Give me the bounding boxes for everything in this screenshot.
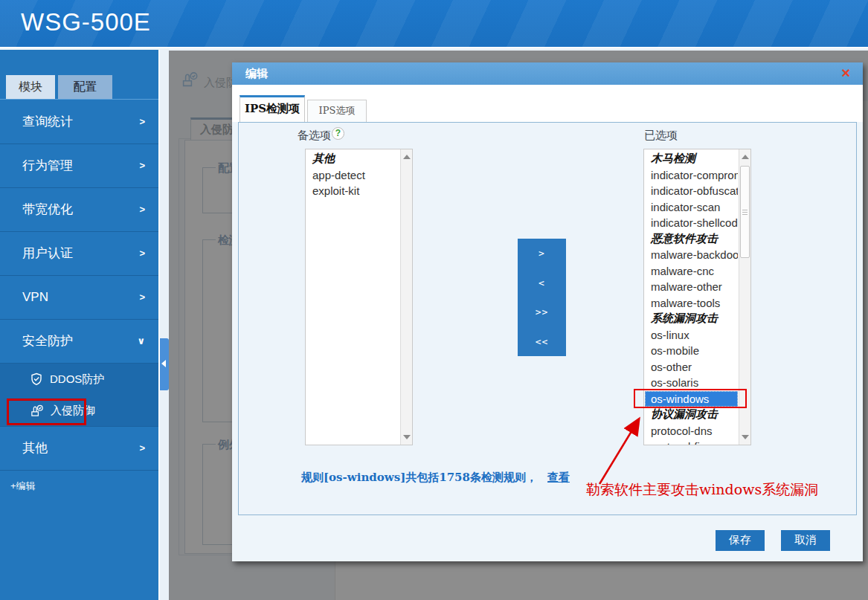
help-icon[interactable]: ? bbox=[332, 127, 344, 140]
transfer-buttons: > < >> << bbox=[518, 239, 566, 356]
scroll-down-icon[interactable] bbox=[742, 435, 749, 439]
view-rules-link[interactable]: 查看 bbox=[547, 471, 570, 484]
list-item[interactable]: malware-backdoor bbox=[645, 247, 738, 263]
ips-detection-panel: 备选项 ? 已选项 其他app-detectexploit-kit > < >>… bbox=[238, 122, 857, 515]
cancel-button[interactable]: 取消 bbox=[781, 530, 830, 551]
dialog-tabbar: IPS检测项 IPS选项 bbox=[232, 85, 863, 122]
dialog-title: 编辑 bbox=[245, 67, 268, 80]
chevron-right-icon: > bbox=[139, 276, 145, 319]
move-right-button[interactable]: > bbox=[518, 239, 566, 268]
divider bbox=[0, 99, 158, 100]
list-item[interactable]: indicator-obfuscation bbox=[645, 183, 738, 199]
scrollbar[interactable] bbox=[400, 149, 412, 445]
sidebar-item-bandwidth[interactable]: 带宽优化 > bbox=[0, 188, 158, 232]
chevron-right-icon: > bbox=[139, 100, 145, 143]
selected-label: 已选项 bbox=[644, 129, 678, 143]
list-item[interactable]: 协议漏洞攻击 bbox=[645, 407, 738, 423]
sidebar-item-user-auth[interactable]: 用户认证 > bbox=[0, 232, 158, 276]
chevron-down-icon: ∨ bbox=[137, 320, 145, 363]
move-left-button[interactable]: < bbox=[518, 268, 566, 298]
sidebar-item-behavior-mgmt[interactable]: 行为管理 > bbox=[0, 144, 158, 188]
list-item[interactable]: os-mobile bbox=[645, 343, 738, 359]
sidebar-item-query-stats[interactable]: 查询统计 > bbox=[0, 100, 158, 144]
annotation-box-intrusion bbox=[7, 399, 86, 425]
move-all-left-button[interactable]: << bbox=[518, 327, 566, 357]
chevron-right-icon: > bbox=[139, 188, 145, 231]
app-header: WSG-500E bbox=[0, 0, 868, 48]
list-item[interactable]: indicator-scan bbox=[645, 199, 738, 216]
list-item[interactable]: app-detect bbox=[306, 167, 399, 184]
annotation-text: 勒索软件主要攻击windows系统漏洞 bbox=[586, 480, 818, 500]
scrollbar-thumb[interactable] bbox=[740, 166, 750, 258]
available-label: 备选项 bbox=[298, 129, 331, 143]
list-item[interactable]: indicator-shellcode bbox=[645, 215, 738, 231]
sidebar-item-security[interactable]: 安全防护 ∨ bbox=[0, 320, 158, 364]
list-item[interactable]: malware-cnc bbox=[645, 263, 738, 280]
sidebar-collapse-handle[interactable] bbox=[160, 338, 169, 390]
list-item[interactable]: malware-other bbox=[645, 279, 738, 295]
list-item[interactable]: indicator-compromise bbox=[645, 167, 738, 184]
scroll-up-icon[interactable] bbox=[403, 155, 411, 159]
sidebar-item-ddos[interactable]: DDOS防护 bbox=[0, 364, 158, 395]
app-title: WSG-500E bbox=[21, 8, 151, 36]
dialog-titlebar: 编辑 ✕ bbox=[232, 62, 863, 85]
list-item[interactable]: protocol-dns bbox=[645, 423, 738, 439]
list-item[interactable]: exploit-kit bbox=[306, 183, 399, 199]
move-all-right-button[interactable]: >> bbox=[518, 297, 566, 327]
rule-count-text: 规则[os-windows]共包括1758条检测规则， bbox=[301, 471, 537, 484]
available-listbox[interactable]: 其他app-detectexploit-kit bbox=[305, 149, 413, 445]
sidebar-item-vpn[interactable]: VPN > bbox=[0, 276, 158, 320]
close-icon[interactable]: ✕ bbox=[841, 62, 851, 85]
sidebar-item-other[interactable]: 其他 > bbox=[0, 427, 158, 471]
list-item[interactable]: malware-tools bbox=[645, 295, 738, 312]
chevron-right-icon: > bbox=[139, 144, 145, 187]
rule-count-info: 规则[os-windows]共包括1758条检测规则，查看 bbox=[301, 471, 570, 485]
tab-ips-detection[interactable]: IPS检测项 bbox=[239, 95, 305, 122]
annotation-box-os-windows bbox=[634, 389, 747, 408]
list-item[interactable]: 木马检测 bbox=[645, 151, 738, 167]
sidebar-edit-link[interactable]: +编辑 bbox=[10, 480, 36, 493]
chevron-right-icon: > bbox=[139, 232, 145, 275]
save-button[interactable]: 保存 bbox=[716, 530, 765, 551]
tab-ips-options[interactable]: IPS选项 bbox=[307, 100, 367, 122]
list-item[interactable]: 系统漏洞攻击 bbox=[645, 311, 738, 327]
shield-check-icon bbox=[30, 372, 43, 386]
list-item[interactable]: 其他 bbox=[306, 151, 399, 167]
list-item[interactable]: protocol-finger bbox=[645, 439, 738, 445]
chevron-right-icon: > bbox=[139, 427, 145, 470]
list-item[interactable]: 恶意软件攻击 bbox=[645, 231, 738, 248]
list-item[interactable]: os-other bbox=[645, 359, 738, 375]
available-list-items: 其他app-detectexploit-kit bbox=[306, 149, 399, 445]
list-item[interactable]: os-linux bbox=[645, 327, 738, 343]
scroll-up-icon[interactable] bbox=[742, 155, 749, 159]
sidebar: 模块 配置 查询统计 > 行为管理 > 带宽优化 > 用户认证 > VPN > … bbox=[0, 50, 160, 600]
sidebar-tab-module[interactable]: 模块 bbox=[6, 75, 55, 99]
scroll-down-icon[interactable] bbox=[403, 435, 411, 439]
sidebar-tab-config[interactable]: 配置 bbox=[58, 75, 112, 99]
